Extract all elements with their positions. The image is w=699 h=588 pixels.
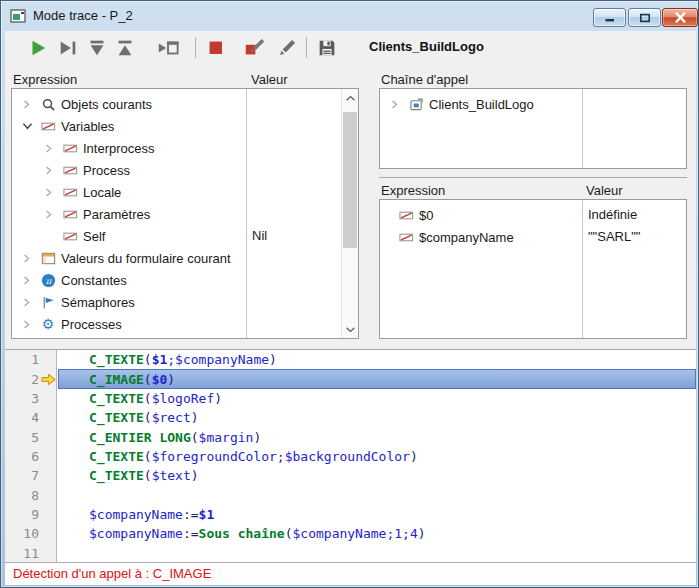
- variable-icon: [63, 141, 78, 156]
- code-line-text[interactable]: [58, 544, 696, 563]
- code-token: ;: [386, 526, 394, 541]
- client-area: Clients_BuildLogo Expression Valeur Obje…: [5, 31, 696, 585]
- abort-button[interactable]: [203, 35, 229, 61]
- code-line-text[interactable]: C_TEXTE($1;$companyName): [58, 350, 696, 369]
- line-number[interactable]: 2: [5, 372, 39, 387]
- tree-row[interactable]: Variables: [12, 115, 341, 137]
- code-line[interactable]: 7C_TEXTE($text): [5, 466, 696, 485]
- tree-row[interactable]: Locale: [12, 181, 341, 203]
- minimize-button[interactable]: [593, 8, 626, 27]
- code-line-text[interactable]: C_IMAGE($0): [58, 369, 696, 388]
- execution-arrow-column: [39, 373, 58, 386]
- watch-value[interactable]: ""SARL"": [588, 226, 640, 248]
- tree-row[interactable]: Sémaphores: [12, 291, 341, 313]
- line-number[interactable]: 4: [5, 410, 39, 425]
- watch-expression-row[interactable]: $companyName""SARL"": [380, 226, 686, 248]
- abort-and-edit-button[interactable]: [241, 35, 267, 61]
- title-bar[interactable]: Mode trace - P_2: [1, 1, 698, 31]
- code-line-text[interactable]: C_TEXTE($foregroundColor;$backgroundColo…: [58, 447, 696, 466]
- tree-row[interactable]: ⚙Processes: [12, 313, 341, 335]
- step-over-button[interactable]: [55, 35, 81, 61]
- line-number[interactable]: 9: [5, 507, 39, 522]
- tree-item-value[interactable]: Nil: [252, 225, 267, 247]
- code-token: C_TEXTE: [89, 410, 144, 425]
- code-token: ): [214, 391, 222, 406]
- step-into-new-process-button[interactable]: [155, 35, 181, 61]
- step-out-button[interactable]: [112, 35, 138, 61]
- code-token: (: [191, 430, 199, 445]
- maximize-button[interactable]: [628, 8, 661, 27]
- code-line[interactable]: 5C_ENTIER LONG($margin): [5, 427, 696, 446]
- code-line-text[interactable]: $companyName:=$1: [58, 505, 696, 524]
- step-into-button[interactable]: [84, 35, 110, 61]
- code-line-text[interactable]: C_TEXTE($text): [58, 466, 696, 485]
- current-line-arrow-icon: [41, 373, 56, 386]
- chevron-right-icon[interactable]: [45, 209, 53, 220]
- watch-value[interactable]: Indéfinie: [588, 204, 637, 226]
- code-token: $logoRef: [152, 391, 215, 406]
- code-line[interactable]: 2C_IMAGE($0): [5, 369, 696, 388]
- chevron-right-icon[interactable]: [45, 165, 53, 176]
- chevron-down-icon[interactable]: [22, 122, 33, 131]
- tree-row[interactable]: Objets courants: [12, 93, 341, 115]
- vertical-splitter[interactable]: [361, 88, 377, 339]
- chevron-right-icon[interactable]: [45, 187, 53, 198]
- close-icon: [674, 12, 687, 23]
- code-line-text[interactable]: C_TEXTE($rect): [58, 408, 696, 427]
- line-number[interactable]: 6: [5, 449, 39, 464]
- tree-row[interactable]: Interprocess: [12, 137, 341, 159]
- chevron-right-icon[interactable]: [23, 275, 31, 286]
- code-line[interactable]: 6C_TEXTE($foregroundColor;$backgroundCol…: [5, 447, 696, 466]
- code-line[interactable]: 11: [5, 544, 696, 563]
- tree-row[interactable]: Paramètres: [12, 203, 341, 225]
- code-line[interactable]: 4C_TEXTE($rect): [5, 408, 696, 427]
- horizontal-splitter[interactable]: [5, 339, 696, 349]
- tree-row[interactable]: πConstantes: [12, 269, 341, 291]
- continue-button[interactable]: [25, 35, 51, 61]
- chevron-right-icon[interactable]: [391, 99, 399, 110]
- line-number[interactable]: 1: [5, 352, 39, 367]
- maximize-icon: [639, 13, 651, 23]
- line-number[interactable]: 5: [5, 430, 39, 445]
- chevron-right-icon[interactable]: [23, 319, 31, 330]
- code-line-text[interactable]: C_TEXTE($logoRef): [58, 389, 696, 408]
- code-line-text[interactable]: C_ENTIER LONG($margin): [58, 427, 696, 446]
- right-pane-divider: [379, 177, 687, 178]
- abort-edit-icon: [243, 37, 265, 59]
- code-line[interactable]: 9$companyName:=$1: [5, 505, 696, 524]
- code-line[interactable]: 10$companyName:=Sous chaîne($companyName…: [5, 524, 696, 543]
- scrollbar-thumb[interactable]: [343, 112, 357, 248]
- chevron-right-icon[interactable]: [23, 99, 31, 110]
- code-line-text[interactable]: [58, 486, 696, 505]
- code-line[interactable]: 3C_TEXTE($logoRef): [5, 389, 696, 408]
- code-editor[interactable]: 1C_TEXTE($1;$companyName)2C_IMAGE($0)3C_…: [5, 349, 696, 562]
- chevron-right-icon[interactable]: [45, 143, 53, 154]
- code-token: $1: [152, 352, 168, 367]
- tree-row[interactable]: Process: [12, 159, 341, 181]
- tree-row[interactable]: SelfNil: [12, 225, 341, 247]
- watch-scrollbar[interactable]: [341, 89, 358, 338]
- scroll-up-icon[interactable]: [342, 90, 358, 106]
- code-line-text[interactable]: $companyName:=Sous chaîne($companyName;1…: [58, 524, 696, 543]
- tree-row[interactable]: Clients_BuildLogo: [380, 93, 686, 115]
- chevron-right-icon[interactable]: [23, 297, 31, 308]
- scroll-down-icon[interactable]: [342, 321, 358, 337]
- flag-icon: [41, 295, 56, 310]
- line-number[interactable]: 7: [5, 468, 39, 483]
- code-token: (: [144, 391, 152, 406]
- line-number[interactable]: 8: [5, 488, 39, 503]
- code-line[interactable]: 1C_TEXTE($1;$companyName): [5, 350, 696, 369]
- code-token: (: [144, 468, 152, 483]
- line-number[interactable]: 11: [5, 546, 39, 561]
- watch-expression-row[interactable]: $0Indéfinie: [380, 204, 686, 226]
- save-settings-button[interactable]: [314, 35, 340, 61]
- close-button[interactable]: [662, 8, 698, 27]
- tree-row[interactable]: Valeurs du formulaire courant: [12, 247, 341, 269]
- line-number[interactable]: 10: [5, 526, 39, 541]
- tree-item-label: Clients_BuildLogo: [429, 97, 534, 112]
- chevron-right-icon[interactable]: [23, 253, 31, 264]
- code-token: (: [285, 526, 293, 541]
- line-number[interactable]: 3: [5, 391, 39, 406]
- code-line[interactable]: 8: [5, 486, 696, 505]
- edit-button[interactable]: [274, 35, 300, 61]
